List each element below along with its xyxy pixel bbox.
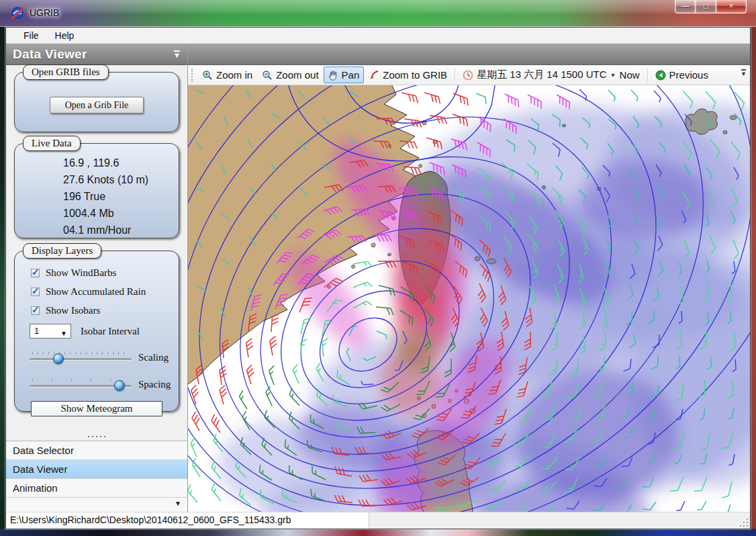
wallpaper-right-edge [751, 27, 756, 529]
spacing-slider[interactable] [30, 376, 132, 392]
sidebar-nav-dropdown[interactable]: ▼ [6, 498, 187, 512]
weather-map[interactable] [188, 85, 750, 512]
datetime-picker[interactable]: 星期五 13 六月 14 1500 UTC ▾ Now [458, 66, 644, 84]
status-bar: E:\Users\KingRichardC\Desktop\20140612_0… [6, 512, 750, 529]
close-button[interactable]: × [716, 0, 747, 13]
live-wind-direction-value: 196 True [63, 188, 179, 205]
zoom-out-icon [262, 70, 273, 81]
zoom-to-grib-button[interactable]: Zoom to GRIB [364, 66, 452, 83]
open-grib-group-label: Open GRIB files [23, 64, 109, 80]
check-icon: ✓ [32, 267, 40, 277]
live-position-value: 16.9 , 119.6 [63, 154, 179, 171]
scaling-slider[interactable] [30, 349, 132, 365]
maximize-icon: □ [703, 1, 708, 11]
live-wind-speed-value: 27.6 Knots (10 m) [63, 171, 179, 188]
display-layers-group: Display Layers ✓ Show WindBarbs ✓ Show A… [14, 251, 179, 412]
toolbar-grip[interactable] [191, 69, 195, 82]
wallpaper-left-edge [0, 27, 5, 529]
zoom-out-label: Zoom out [276, 69, 318, 81]
live-pressure-value: 1004.4 Mb [63, 205, 179, 222]
toolbar-separator [647, 69, 648, 82]
ugrib-app-icon [11, 6, 24, 19]
collapse-chevron-icon[interactable]: ▼ [173, 50, 181, 58]
sidebar-nav-list: Data Selector Data Viewer Animation ▼ [6, 441, 187, 512]
menu-file[interactable]: File [15, 29, 47, 42]
map-canvas [188, 85, 750, 512]
map-toolbar: Zoom in Zoom out Pan [188, 65, 750, 85]
show-isobars-label: Show Isobars [46, 305, 100, 316]
sidebar: Data Viewer ▼ Open GRIB files Open a Gri… [6, 44, 187, 512]
show-meteogram-button[interactable]: Show Meteogram [31, 401, 162, 416]
pan-label: Pan [342, 69, 360, 81]
isobar-interval-dropdown[interactable]: 1 ▼ [30, 324, 71, 339]
sidebar-splitter-handle[interactable] [6, 433, 187, 441]
menu-bar: File Help [6, 28, 750, 44]
slider-track [30, 358, 132, 360]
open-grib-file-button[interactable]: Open a Grib File [50, 97, 144, 114]
zoom-in-label: Zoom in [216, 69, 252, 81]
sidebar-item-data-viewer[interactable]: Data Viewer [6, 460, 187, 479]
sidebar-header: Data Viewer ▼ [6, 44, 187, 65]
chevron-down-icon: ▼ [175, 500, 181, 507]
toolbar-overflow-button[interactable]: ▼ [739, 67, 749, 82]
previous-label: Previous [669, 69, 708, 81]
now-button[interactable]: Now [620, 69, 640, 81]
toolbar-separator [455, 69, 455, 82]
chevron-down-icon: ▼ [60, 327, 67, 341]
check-icon: ✓ [32, 304, 40, 315]
pan-hand-icon [328, 70, 338, 81]
zoom-out-button[interactable]: Zoom out [257, 66, 323, 83]
check-icon: ✓ [32, 285, 40, 296]
maximize-button[interactable]: □ [696, 0, 716, 13]
sidebar-item-animation[interactable]: Animation [6, 479, 187, 498]
window-title: UGRIB [30, 7, 59, 18]
map-panel-header [188, 44, 750, 65]
live-data-group-label: Live Data [23, 136, 81, 151]
clock-icon [463, 70, 473, 81]
show-windbarbs-checkbox[interactable]: ✓ [31, 269, 40, 277]
isobar-interval-label: Isobar Interval [81, 326, 140, 337]
display-layers-group-label: Display Layers [23, 243, 101, 259]
wallpaper-bottom-edge [0, 529, 756, 536]
title-bar[interactable]: UGRIB — □ × [0, 0, 756, 27]
resize-grip[interactable] [739, 517, 748, 527]
scaling-label: Scaling [138, 352, 169, 363]
zoom-in-icon [202, 70, 213, 81]
zoom-to-grib-label: Zoom to GRIB [383, 69, 447, 81]
pan-button[interactable]: Pan [324, 66, 365, 83]
spacing-slider-thumb[interactable] [114, 380, 125, 391]
show-accumulated-rain-checkbox[interactable]: ✓ [31, 287, 40, 296]
zoom-in-button[interactable]: Zoom in [197, 66, 257, 83]
show-accumulated-rain-label: Show Accumulated Rain [46, 286, 146, 298]
minimize-button[interactable]: — [675, 0, 696, 13]
scaling-slider-thumb[interactable] [53, 353, 64, 364]
previous-arrow-icon [655, 70, 666, 81]
slider-ticks [32, 379, 129, 382]
chevron-down-icon: ▾ [610, 71, 616, 79]
ugrib-window: File Help Data Viewer ▼ Open GRIB files … [5, 27, 751, 529]
menu-help[interactable]: Help [47, 29, 83, 42]
sidebar-item-data-selector[interactable]: Data Selector [6, 441, 187, 460]
live-rain-value: 04.1 mm/Hour [63, 222, 179, 238]
show-isobars-checkbox[interactable]: ✓ [31, 306, 40, 315]
file-path-field: E:\Users\KingRichardC\Desktop\20140612_0… [6, 512, 369, 529]
open-grib-group: Open GRIB files Open a Grib File [14, 72, 179, 132]
minimize-icon: — [681, 1, 690, 11]
live-data-group: Live Data 16.9 , 119.6 27.6 Knots (10 m)… [14, 143, 179, 238]
slider-ticks [32, 352, 129, 355]
isobar-interval-value: 1 [34, 326, 39, 336]
show-windbarbs-label: Show WindBarbs [46, 267, 116, 279]
zoom-to-grib-icon [369, 70, 379, 81]
previous-button[interactable]: Previous [651, 66, 713, 83]
sidebar-title: Data Viewer [13, 47, 173, 62]
spacing-label: Spacing [138, 379, 171, 390]
datetime-label: 星期五 13 六月 14 1500 UTC [477, 69, 606, 81]
close-icon: × [728, 1, 733, 11]
